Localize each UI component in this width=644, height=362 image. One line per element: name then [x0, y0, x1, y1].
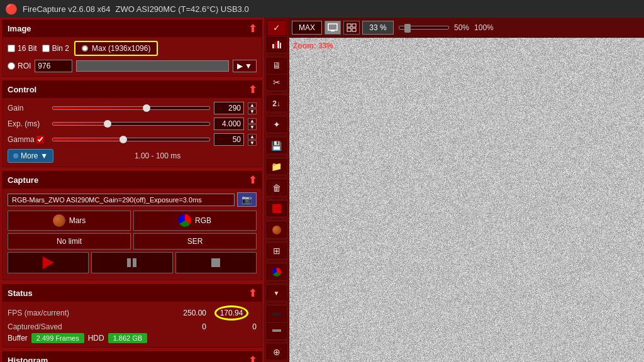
- cam-icon-btn[interactable]: 📷: [237, 192, 257, 207]
- tool-red-square-btn[interactable]: [267, 201, 287, 217]
- toolbar-divider-10: [268, 261, 286, 261]
- exp-thumb[interactable]: [104, 120, 111, 128]
- zoom-slider-thumb[interactable]: [404, 24, 411, 33]
- gamma-value-input[interactable]: [214, 133, 244, 146]
- red-square-icon: [272, 204, 281, 213]
- tool-black-btn[interactable]: [267, 306, 287, 322]
- gain-down-btn[interactable]: ▼: [248, 109, 257, 114]
- image-section-content: 16 Bit Bin 2 Max (1936x1096) ROI: [3, 37, 262, 76]
- exp-value-input[interactable]: [214, 118, 244, 130]
- histogram-collapse-btn[interactable]: ⬆: [248, 354, 257, 362]
- pause-bar-1: [127, 258, 131, 267]
- tool-rgb-circle-btn[interactable]: [267, 264, 287, 280]
- bin2-checkbox[interactable]: [42, 45, 50, 52]
- view-icon-2[interactable]: [343, 21, 360, 35]
- exp-down-btn[interactable]: ▼: [248, 124, 257, 130]
- more-row: More ▼ 1.00 - 100 ms: [8, 149, 257, 163]
- more-dot: [13, 153, 18, 158]
- roi-radio[interactable]: [8, 62, 15, 70]
- gamma-checkbox[interactable]: [36, 136, 44, 143]
- buffer-row: Buffer 2.499 Frames HDD 1.862 GB: [8, 333, 257, 343]
- gain-slider-container[interactable]: [52, 104, 210, 112]
- image-title: Image: [8, 24, 31, 33]
- gain-label: Gain: [8, 104, 48, 112]
- planet-icon: [53, 214, 65, 227]
- gain-value-input[interactable]: [214, 102, 244, 114]
- gamma-fill: [53, 138, 123, 141]
- zoom-slider[interactable]: [399, 26, 449, 30]
- max-view-btn[interactable]: MAX: [292, 21, 322, 35]
- max-radio-dot: [82, 45, 88, 52]
- gain-up-btn[interactable]: ▲: [248, 102, 257, 108]
- tool-crosshair-btn[interactable]: ✦: [267, 117, 287, 133]
- status-section-content: FPS (max/current) 250.00 170.94 Captured…: [3, 302, 262, 347]
- status-collapse-btn[interactable]: ⬆: [248, 287, 257, 299]
- tool-check-btn[interactable]: ✓: [267, 20, 287, 36]
- bin2-label[interactable]: Bin 2: [42, 44, 69, 53]
- camera-info: ZWO ASI290MC (T=42.6°C) USB3.0: [115, 4, 248, 14]
- filename-input[interactable]: [8, 194, 235, 206]
- histogram-section-header: Histogram ⬆: [3, 352, 262, 362]
- view-icon-1[interactable]: [325, 21, 341, 35]
- format-selector[interactable]: SER: [133, 233, 257, 250]
- gamma-slider-container[interactable]: [52, 135, 210, 144]
- zoom-display: 33 %: [362, 21, 394, 35]
- capture-section-header: Capture ⬆: [3, 172, 262, 189]
- gain-spinner: ▲ ▼: [248, 102, 257, 114]
- tool-gray-btn[interactable]: [267, 323, 287, 339]
- svg-rect-4: [328, 24, 337, 30]
- toolbar-divider-2: [268, 92, 286, 93]
- roi-label: ROI: [18, 62, 31, 70]
- record-button[interactable]: [8, 252, 89, 273]
- max-option-box[interactable]: Max (1936x1096): [74, 41, 158, 56]
- 16bit-checkbox[interactable]: [8, 45, 15, 52]
- tool-scissors-btn[interactable]: ✂: [267, 75, 287, 90]
- control-section: Control ⬆ Gain ▲ ▼: [2, 80, 262, 167]
- image-collapse-btn[interactable]: ⬆: [248, 23, 257, 35]
- capture-limit-row: No limit SER: [8, 233, 257, 250]
- control-section-header: Control ⬆: [3, 81, 262, 98]
- tool-save-btn[interactable]: 💾: [267, 138, 287, 153]
- tool-2-btn[interactable]: 2↓: [267, 96, 287, 111]
- tool-circle-btn[interactable]: [267, 222, 287, 238]
- control-collapse-btn[interactable]: ⬆: [248, 84, 257, 96]
- tool-display-btn[interactable]: 🖥: [267, 58, 287, 74]
- gain-thumb[interactable]: [143, 104, 150, 112]
- roi-input[interactable]: [35, 60, 72, 72]
- gamma-up-btn[interactable]: ▲: [248, 134, 257, 140]
- stop-button[interactable]: [175, 252, 257, 273]
- gamma-down-btn[interactable]: ▼: [248, 140, 257, 146]
- svg-rect-3: [280, 43, 281, 48]
- tool-dropdown-btn[interactable]: ▼: [267, 285, 287, 301]
- exp-fill: [53, 123, 108, 125]
- tool-grid-btn[interactable]: ⊞: [267, 243, 287, 259]
- chart-icon: [272, 40, 282, 49]
- roi-radio-label[interactable]: ROI: [8, 62, 31, 70]
- histogram-title: Histogram: [8, 356, 48, 362]
- image-section: Image ⬆ 16 Bit Bin 2 Max (1936x1096): [2, 19, 262, 77]
- planet-selector[interactable]: Mars: [8, 211, 131, 231]
- 16bit-label[interactable]: 16 Bit: [8, 44, 37, 53]
- tool-trash-btn[interactable]: 🗑: [267, 180, 287, 195]
- buffer-value: 2.499 Frames: [31, 333, 84, 343]
- limit-selector[interactable]: No limit: [8, 233, 131, 250]
- planet-label: Mars: [69, 216, 86, 225]
- more-button[interactable]: More ▼: [8, 149, 53, 163]
- rgb-selector[interactable]: RGB: [133, 211, 257, 231]
- gamma-thumb[interactable]: [119, 136, 127, 143]
- capture-title: Capture: [8, 175, 38, 185]
- tool-plus-btn[interactable]: ⊕: [267, 344, 287, 359]
- tool-chart-btn[interactable]: [267, 37, 287, 53]
- exp-up-btn[interactable]: ▲: [248, 118, 257, 124]
- pause-button[interactable]: [91, 252, 172, 273]
- capture-options-row: Mars RGB: [8, 211, 257, 231]
- svg-rect-7: [352, 24, 356, 27]
- capture-collapse-btn[interactable]: ⬆: [248, 174, 257, 186]
- hdd-label: HDD: [88, 334, 104, 343]
- status-section: Status ⬆ FPS (max/current) 250.00 170.94…: [2, 284, 262, 348]
- zoom-100: 100%: [474, 23, 494, 32]
- roi-arrow-btn[interactable]: ▶ ▼: [233, 60, 257, 72]
- tool-folder-btn[interactable]: 📁: [267, 159, 287, 175]
- toolbar-divider-3: [268, 114, 286, 114]
- exp-slider-container[interactable]: [52, 119, 210, 128]
